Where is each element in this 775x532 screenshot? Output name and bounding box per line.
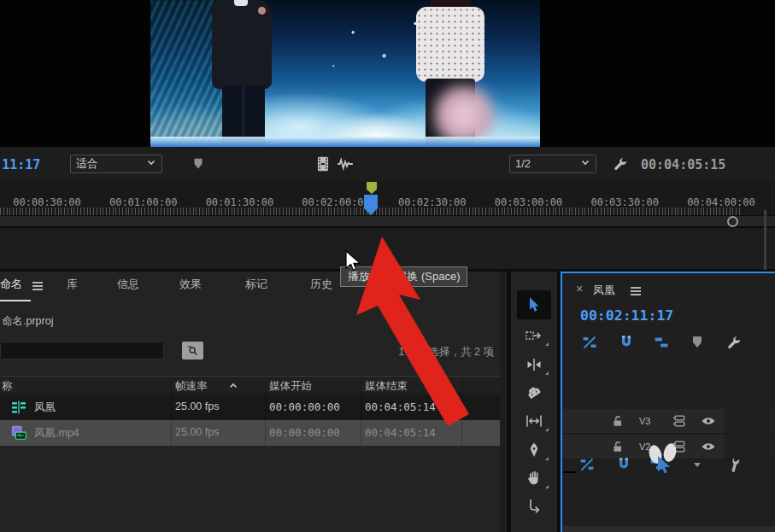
project-file-name: 命名.prproj [2,314,53,329]
scrollbar-zoom-handle[interactable] [727,216,738,227]
male-singer-collar [234,0,248,6]
snap-icon[interactable] [616,333,637,352]
playback-resolution-select[interactable]: 1/2 [509,155,596,173]
cell-fps: 25.00 fps [175,400,219,412]
transport-controls: {}+ [0,228,775,269]
premiere-pro-window: 00:02:11:17 适合 1/2 00:04:05:15 00:00:30:… [0,0,775,532]
track-content-V3[interactable] [725,409,775,434]
monitor-settings-wrench-icon[interactable] [610,154,631,174]
add-marker-icon[interactable] [190,155,207,172]
column-separator [171,376,172,446]
chevron-down-icon [146,155,156,172]
sequence-icon [10,399,27,416]
monitor-control-bar: 00:02:11:17 适合 1/2 00:04:05:15 [0,147,775,181]
close-icon[interactable]: × [576,282,583,295]
pen-tool[interactable] [517,437,551,463]
cell-media-end: 00:04:05:14 [365,400,436,413]
timeline-panel: × 凤凰 00:02:11:17 V3V2 [561,272,775,532]
column-header-1[interactable]: 称 [2,379,13,394]
ruler-label: 00:02:30:00 [398,196,466,208]
cell-media-end: 00:04:05:14 [365,426,436,439]
tab-库[interactable]: 库 [67,277,78,292]
female-singer-blouse [416,7,484,82]
nest-insert-icon-ghost [577,455,597,474]
clip-icon [10,424,27,441]
sequence-timecode[interactable]: 00:02:11:17 [580,307,673,324]
project-panel: 命名库信息效果标记历史 命名.prproj 1 项已选择，共 2 项 称帧速率媒… [0,272,507,532]
column-header-4[interactable]: 媒体结束 [365,379,408,394]
panel-menu-icon[interactable] [631,287,641,295]
source-timecode[interactable]: 00:02:11:17 [0,157,40,172]
cell-name: 凤凰.mp4 [34,426,79,441]
timeline-bottom-scrollbar[interactable] [562,526,775,532]
table-row-凤凰.mp4[interactable]: 凤凰.mp425.00 fps00:00:00:0000:04:05:14 [0,420,507,446]
project-scrollbar[interactable] [500,272,507,532]
column-header-3[interactable]: 媒体开始 [269,379,312,394]
drag-audio-icon[interactable] [336,155,355,173]
ruler-label: 00:03:00:00 [495,196,562,208]
snap-icon-ghost [614,455,634,474]
male-singer-hand [258,7,266,15]
cell-media-start: 00:00:00:00 [269,426,340,439]
cell-fps: 25.00 fps [175,426,219,438]
razor-tool[interactable] [517,380,551,406]
ruler-label: 00:02:00:00 [302,196,369,208]
wrench-icon[interactable] [724,333,744,352]
video-preview[interactable] [150,0,540,147]
type-tool[interactable] [517,494,551,519]
stage-floor [150,137,540,147]
add-marker-icon[interactable] [687,333,707,352]
track-header-V3[interactable]: V3 [562,409,725,434]
sort-ascending-icon [228,379,238,394]
track-target-icon[interactable] [672,413,687,429]
track-select-forward-tool[interactable] [517,323,551,348]
column-separator [361,376,361,446]
timeline-edge-mark [563,471,577,473]
tools-panel [511,272,557,532]
timeline-ruler[interactable]: 00:00:30:0000:01:00:0000:01:30:0000:02:0… [0,181,775,215]
tab-效果[interactable]: 效果 [179,277,202,292]
cell-name: 凤凰 [34,400,56,415]
eye-icon[interactable] [701,413,716,429]
linked-selection-icon[interactable] [651,333,672,352]
monitor-scrollbar[interactable] [0,215,775,228]
video-preview-area [0,0,775,147]
lock-open-icon[interactable] [610,413,625,429]
ruler-label: 00:01:00:00 [109,196,177,208]
clip-duration: 00:04:05:15 [641,157,725,172]
cell-media-start: 00:00:00:00 [269,400,340,413]
column-separator [461,376,462,446]
tab-历史[interactable]: 历史 [310,277,332,292]
drag-video-icon[interactable] [314,155,332,173]
drag-ghost-blobs [643,442,695,476]
column-header-2[interactable]: 帧速率 [175,379,208,394]
tab-命名[interactable]: 命名 [0,277,22,292]
lock-open-icon[interactable] [610,439,625,454]
hand-tool[interactable] [517,465,551,491]
nest-insert-icon[interactable] [579,333,600,352]
ruler-label: 00:03:30:00 [590,196,658,208]
ripple-edit-tool[interactable] [517,352,551,377]
sequence-tab[interactable]: 凤凰 [593,283,615,298]
chevron-down-icon [580,155,590,172]
ruler-label: 00:00:30:00 [13,196,80,208]
eye-icon[interactable] [701,439,716,454]
panel-menu-icon[interactable] [32,282,43,290]
slip-tool[interactable] [517,408,551,434]
zoom-level-select[interactable]: 适合 [70,155,162,173]
ruler-label: 00:04:00:00 [687,196,754,208]
track-label: V3 [639,416,650,426]
ruler-label: 00:01:30:00 [206,196,273,208]
selection-tool[interactable] [517,290,551,319]
table-row-凤凰[interactable]: 凤凰25.00 fps00:00:00:0000:04:05:14 [0,395,507,420]
tab-信息[interactable]: 信息 [117,277,139,292]
column-separator [265,376,266,446]
media-table-header: 称帧速率媒体开始媒体结束 [0,376,507,394]
panel-edge [764,210,766,270]
play-button-tooltip: 播放-停止切换 (Space) [340,266,467,287]
tab-标记[interactable]: 标记 [245,277,267,292]
selection-status: 1 项已选择，共 2 项 [0,345,494,360]
active-tab-underline [0,300,31,301]
